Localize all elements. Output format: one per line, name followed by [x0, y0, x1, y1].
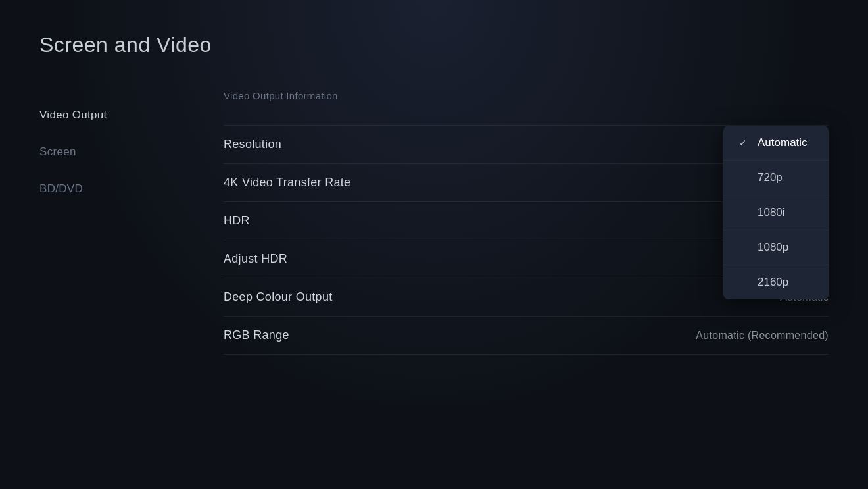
page-title: Screen and Video	[39, 33, 829, 57]
dropdown-item-automatic[interactable]: ✓ Automatic	[723, 126, 829, 161]
page-content: Screen and Video Video Output Screen BD/…	[0, 0, 868, 388]
setting-label-hdr: HDR	[224, 214, 250, 228]
setting-label-rgb-range: RGB Range	[224, 328, 289, 342]
dropdown-item-720p[interactable]: ✓ 720p	[723, 161, 829, 195]
check-icon-automatic: ✓	[739, 138, 750, 148]
setting-value-rgb-range: Automatic (Recommended)	[696, 330, 829, 342]
sidebar-item-video-output[interactable]: Video Output	[39, 97, 224, 134]
setting-label-4k-transfer: 4K Video Transfer Rate	[224, 176, 350, 190]
setting-label-adjust-hdr: Adjust HDR	[224, 252, 287, 266]
sidebar: Video Output Screen BD/DVD	[39, 90, 224, 355]
sidebar-item-bd-dvd[interactable]: BD/DVD	[39, 170, 224, 207]
settings-list: Resolution ✓ Automatic ✓ 720p	[224, 125, 829, 355]
setting-row-rgb-range[interactable]: RGB Range Automatic (Recommended)	[224, 317, 829, 355]
dropdown-item-2160p[interactable]: ✓ 2160p	[723, 265, 829, 299]
main-layout: Video Output Screen BD/DVD Video Output …	[39, 90, 829, 355]
resolution-dropdown-menu: ✓ Automatic ✓ 720p ✓ 1080i	[723, 126, 829, 299]
setting-label-deep-colour: Deep Colour Output	[224, 290, 333, 304]
sidebar-item-screen[interactable]: Screen	[39, 134, 224, 170]
section-header: Video Output Information	[224, 90, 829, 107]
resolution-dropdown[interactable]: ✓ Automatic ✓ 720p ✓ 1080i	[723, 126, 829, 299]
setting-label-resolution: Resolution	[224, 138, 281, 151]
setting-row-resolution[interactable]: Resolution ✓ Automatic ✓ 720p	[224, 125, 829, 164]
dropdown-item-1080p[interactable]: ✓ 1080p	[723, 230, 829, 265]
main-content: Video Output Information Resolution ✓ Au…	[224, 90, 829, 355]
dropdown-item-1080i[interactable]: ✓ 1080i	[723, 195, 829, 230]
